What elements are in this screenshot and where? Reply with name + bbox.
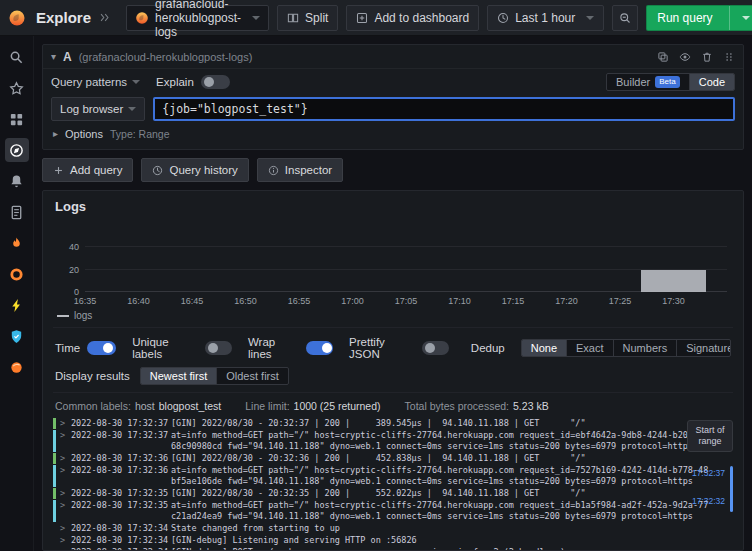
sort-option-oldest-first[interactable]: Oldest first — [217, 368, 288, 384]
query-options-row[interactable]: ▸ Options Type: Range — [53, 126, 735, 141]
wrap-lines-label: Wrap lines — [248, 336, 299, 360]
log-row[interactable]: >2022-08-30 17:32:35at=info method=GET p… — [53, 500, 709, 522]
inspector-button[interactable]: Inspector — [257, 158, 343, 182]
collapse-query-icon[interactable]: ▾ — [51, 52, 56, 62]
add-query-button[interactable]: Add query — [42, 158, 133, 182]
query-patterns-dropdown[interactable]: Query patterns — [51, 76, 140, 88]
split-button[interactable]: Split — [277, 5, 338, 31]
dedup-option-exact[interactable]: Exact — [567, 340, 614, 356]
x-axis-label: 16:40 — [127, 296, 150, 306]
search-icon — [9, 50, 24, 65]
sidebar-item-flame[interactable] — [5, 231, 29, 255]
editor-mode-builder[interactable]: Builder Beta — [607, 74, 690, 90]
range-timeline[interactable]: 17:32:3717:32:32 — [683, 458, 733, 550]
log-message: [GIN] 2022/08/30 - 20:32:37 | 200 | 389.… — [171, 418, 709, 429]
zoom-out-button[interactable] — [612, 5, 638, 31]
bell-icon — [9, 174, 24, 189]
sidebar-item-bell[interactable] — [5, 169, 29, 193]
switch-knob — [425, 343, 435, 353]
unique-labels-switch[interactable] — [205, 341, 232, 355]
sidebar-item-oncall[interactable] — [5, 262, 29, 286]
log-message: [GIN] 2022/08/30 - 20:32:36 | 200 | 452.… — [171, 453, 709, 464]
add-query-label: Add query — [70, 164, 122, 176]
add-to-dashboard-icon — [356, 12, 368, 24]
sidebar-item-compass[interactable] — [5, 138, 29, 162]
beta-badge: Beta — [655, 76, 679, 88]
log-row[interactable]: >2022-08-30 17:32:35[GIN] 2022/08/30 - 2… — [53, 488, 709, 499]
expand-log-row-icon[interactable]: > — [60, 523, 71, 534]
query-editor-panel: ▾ A (grafanacloud-herokublogpost-logs) Q… — [42, 44, 744, 150]
sidebar-item-document[interactable] — [5, 200, 29, 224]
topbar-actions: Split Add to dashboard Last 1 hour Run q… — [277, 5, 752, 31]
log-row[interactable]: >2022-08-30 17:32:37[GIN] 2022/08/30 - 2… — [53, 418, 709, 429]
x-axis-label: 17:05 — [395, 296, 418, 306]
start-of-range-button[interactable]: Start of range — [687, 420, 733, 452]
chevron-down-icon — [252, 16, 260, 20]
remove-query-icon[interactable] — [701, 51, 713, 63]
document-icon — [9, 205, 24, 220]
expand-log-row-icon[interactable]: > — [60, 430, 71, 441]
range-tick: 17:32:32 — [692, 496, 725, 506]
sidebar-item-lightning[interactable] — [5, 293, 29, 317]
apps-icon — [9, 112, 24, 127]
expand-log-row-icon[interactable]: > — [60, 535, 71, 546]
log-message: at=info method=GET path="/" host=cryptic… — [171, 500, 709, 522]
query-input[interactable] — [153, 97, 735, 121]
log-row[interactable]: >2022-08-30 17:32:36at=info method=GET p… — [53, 465, 709, 487]
expand-log-row-icon[interactable]: > — [60, 453, 71, 464]
log-message: at=info method=GET path="/" host=cryptic… — [171, 465, 709, 487]
add-to-dashboard-button[interactable]: Add to dashboard — [346, 5, 479, 31]
sidebar-item-search[interactable] — [5, 45, 29, 69]
log-timestamp: 2022-08-30 17:32:37 — [71, 430, 171, 441]
query-row-header[interactable]: ▾ A (grafanacloud-herokublogpost-logs) — [43, 45, 743, 69]
query-input-row: Log browser — [51, 97, 735, 121]
expand-options-icon[interactable]: ▸ — [53, 129, 58, 139]
sidebar-item-star[interactable] — [5, 76, 29, 100]
datasource-picker[interactable]: grafanacloud-herokublogpost-logs — [126, 5, 269, 31]
x-axis-label: 16:50 — [234, 296, 257, 306]
switch-knob — [103, 343, 113, 353]
expand-log-row-icon[interactable]: > — [60, 465, 71, 476]
log-timestamp: 2022-08-30 17:32:34 — [71, 523, 171, 534]
run-query-dropdown[interactable] — [729, 5, 752, 31]
sidebar — [0, 36, 34, 551]
shield-icon — [9, 329, 24, 344]
run-query-button[interactable]: Run query — [646, 5, 752, 31]
prettify-json-label: Prettify JSON — [349, 336, 415, 360]
duplicate-query-icon[interactable] — [657, 51, 669, 63]
explain-switch[interactable] — [201, 75, 230, 89]
query-history-button[interactable]: Query history — [141, 158, 248, 182]
log-timestamp: 2022-08-30 17:32:35 — [71, 488, 171, 499]
sidebar-item-sphere[interactable] — [5, 355, 29, 379]
expand-log-row-icon[interactable]: > — [60, 418, 71, 429]
log-row[interactable]: >2022-08-30 17:32:36[GIN] 2022/08/30 - 2… — [53, 453, 709, 464]
log-browser-button[interactable]: Log browser — [51, 97, 145, 121]
editor-mode-code[interactable]: Code — [690, 74, 734, 90]
expand-log-row-icon[interactable]: > — [60, 488, 71, 499]
time-switch[interactable] — [87, 341, 116, 355]
hide-query-icon[interactable] — [679, 51, 691, 63]
log-row[interactable]: >2022-08-30 17:32:34[GIN-debug] Listenin… — [53, 535, 709, 546]
drag-handle-icon[interactable] — [723, 51, 735, 63]
explore-shortcut-icon[interactable] — [99, 12, 110, 23]
grafana-logo-icon[interactable] — [8, 9, 26, 27]
sidebar-item-shield[interactable] — [5, 324, 29, 348]
dedup-option-none[interactable]: None — [522, 340, 567, 356]
sort-option-newest-first[interactable]: Newest first — [141, 368, 217, 384]
range-view-indicator[interactable] — [730, 466, 733, 512]
chart-legend[interactable]: logs — [57, 310, 733, 321]
log-row[interactable]: >2022-08-30 17:32:37at=info method=GET p… — [53, 430, 709, 452]
wrap-lines-switch[interactable] — [306, 341, 333, 355]
time-range-button[interactable]: Last 1 hour — [487, 5, 604, 31]
log-timestamp: 2022-08-30 17:32:35 — [71, 500, 171, 511]
expand-log-row-icon[interactable]: > — [60, 547, 71, 550]
common-labels-key: host — [135, 400, 155, 412]
log-row[interactable]: >2022-08-30 17:32:34State changed from s… — [53, 523, 709, 534]
prettify-json-switch[interactable] — [422, 341, 449, 355]
log-row[interactable]: >2022-08-30 17:32:34[GIN-debug] POST /pu… — [53, 547, 709, 550]
expand-log-row-icon[interactable]: > — [60, 500, 71, 511]
log-timestamp: 2022-08-30 17:32:36 — [71, 465, 171, 476]
sidebar-item-apps[interactable] — [5, 107, 29, 131]
dedup-option-signature[interactable]: Signature — [677, 340, 731, 356]
dedup-option-numbers[interactable]: Numbers — [614, 340, 678, 356]
